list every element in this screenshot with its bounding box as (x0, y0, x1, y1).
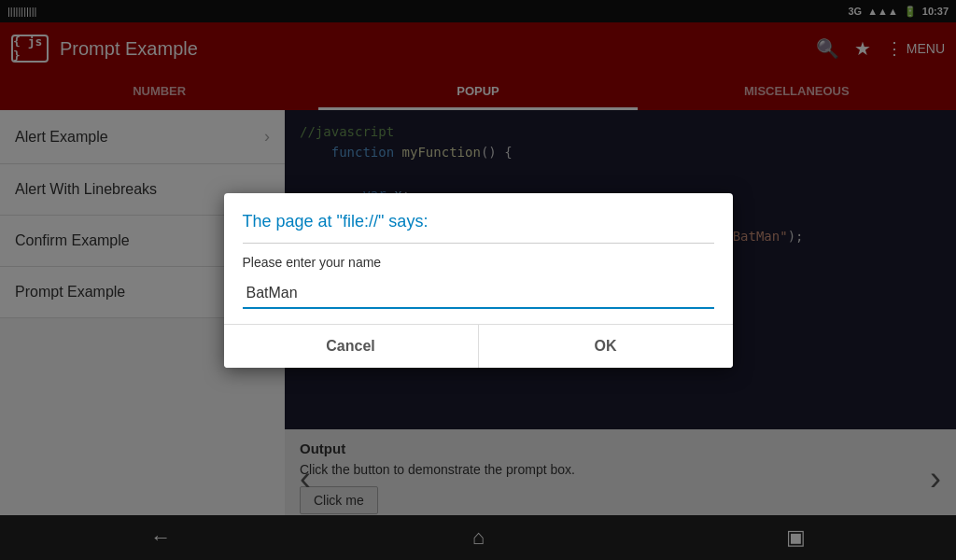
dialog-input[interactable] (243, 279, 714, 307)
ok-button[interactable]: OK (479, 325, 733, 368)
dialog-title: The page at "file://" says: (243, 212, 714, 244)
dialog-header: The page at "file://" says: Please enter… (224, 193, 733, 324)
cancel-button[interactable]: Cancel (224, 325, 479, 368)
prompt-dialog: The page at "file://" says: Please enter… (224, 193, 733, 368)
dialog-input-wrapper (243, 279, 714, 309)
dialog-overlay: The page at "file://" says: Please enter… (0, 0, 956, 560)
dialog-message: Please enter your name (243, 255, 714, 270)
dialog-actions: Cancel OK (224, 324, 733, 368)
